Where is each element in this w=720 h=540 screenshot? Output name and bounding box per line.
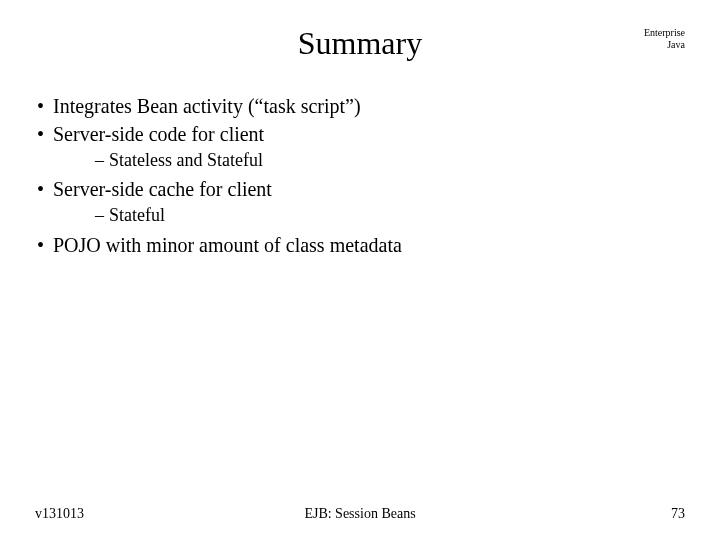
sub-bullet-text: Stateful [109,205,165,225]
sub-bullet-text: Stateless and Stateful [109,150,263,170]
bullet-item: Integrates Bean activity (“task script”) [37,93,685,119]
slide-footer: v131013 EJB: Session Beans 73 [0,506,720,522]
bullet-text: POJO with minor amount of class metadata [53,234,402,256]
bullet-item: POJO with minor amount of class metadata [37,232,685,258]
slide: Summary Enterprise Java Integrates Bean … [0,0,720,540]
brand-line-2: Java [644,39,685,51]
brand-line-1: Enterprise [644,27,685,39]
bullet-text: Server-side cache for client [53,178,272,200]
sub-bullet-list: Stateless and Stateful [53,149,685,172]
footer-title: EJB: Session Beans [304,506,415,522]
slide-content: Integrates Bean activity (“task script”)… [37,93,685,258]
bullet-text: Integrates Bean activity (“task script”) [53,95,361,117]
sub-bullet-list: Stateful [53,204,685,227]
bullet-item: Server-side code for client Stateless an… [37,121,685,172]
sub-bullet-item: Stateful [95,204,685,227]
bullet-text: Server-side code for client [53,123,264,145]
sub-bullet-item: Stateless and Stateful [95,149,685,172]
footer-version: v131013 [35,506,84,522]
bullet-list: Integrates Bean activity (“task script”)… [37,93,685,258]
brand-label: Enterprise Java [644,27,685,50]
footer-page-number: 73 [671,506,685,522]
bullet-item: Server-side cache for client Stateful [37,176,685,227]
slide-header: Summary Enterprise Java [35,25,685,75]
slide-title: Summary [35,25,685,62]
